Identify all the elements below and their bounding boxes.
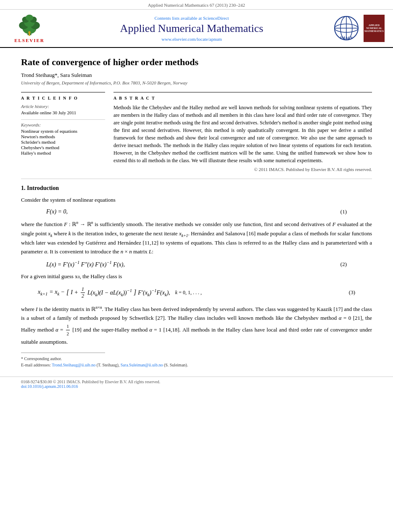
email-line: E-mail addresses: Trond.Steihaug@ii.uib.…	[21, 362, 372, 368]
email-link-1[interactable]: Trond.Steihaug@ii.uib.no	[52, 363, 95, 367]
footer-bar: 0168-9274/$30.00 © 2011 IMACS. Published…	[0, 377, 393, 391]
logo-banner: ELSEVIER Contents lists available at Sci…	[0, 10, 393, 48]
abstract-col: A B S T R A C T Methods like the Chebysh…	[113, 92, 372, 172]
imacs-logo-icon: IMACS	[333, 15, 360, 42]
elsevier-logo: ELSEVIER	[8, 14, 50, 43]
equation-1: F(x) = 0,	[46, 208, 68, 215]
journal-url[interactable]: www.elsevier.com/locate/apnum	[50, 37, 333, 42]
keyword-4: Chebyshev's method	[21, 145, 105, 150]
two-col-section: A R T I C L E I N F O Article history: A…	[21, 92, 372, 172]
section1-title: 1. Introduction	[21, 185, 372, 192]
equation-2: L(x) = F′(x)−1 F″(x) F′(x)−1 F(x),	[46, 260, 125, 268]
keyword-1: Nonlinear system of equations	[21, 129, 105, 134]
history-label: Article history:	[21, 104, 105, 109]
equation-1-block: F(x) = 0, (1)	[46, 208, 347, 215]
footnote-divider	[21, 353, 105, 353]
article-info-label: A R T I C L E I N F O	[21, 96, 105, 100]
doi-link[interactable]: doi:10.1016/j.apnum.2011.06.016	[21, 384, 78, 389]
right-logos: IMACS APPLIEDNUMERICALMATHEMATICS	[333, 15, 385, 42]
journal-header-bar: Applied Numerical Mathematics 67 (2013) …	[0, 0, 393, 10]
email-link-2[interactable]: Sara.Suleiman@ii.uib.no	[121, 363, 163, 367]
main-content: Rate of convergence of higher order meth…	[0, 48, 393, 377]
keywords-label: Keywords:	[21, 122, 105, 127]
keyword-5: Halley's method	[21, 150, 105, 155]
article-info-col: A R T I C L E I N F O Article history: A…	[21, 92, 105, 172]
eq-1-number: (1)	[340, 208, 347, 215]
email2-name: (S. Suleiman).	[164, 363, 188, 367]
authors: Trond Steihaug*, Sara Suleiman	[21, 72, 372, 79]
section1-para4: where I is the identity matrix in ℝn×n. …	[21, 304, 372, 347]
equation-3-block: xk+1 = xk − [ I + 1 2 L(xk)(I − αL(xk))−…	[38, 286, 355, 299]
equation-3: xk+1 = xk − [ I + 1 2 L(xk)(I − αL(xk))−…	[38, 286, 202, 299]
section-divider	[21, 179, 372, 179]
corresponding-author-note: * Corresponding author.	[21, 356, 372, 362]
email-label: E-mail addresses:	[21, 363, 51, 367]
section1-para1: Consider the system of nonlinear equatio…	[21, 196, 372, 205]
elsevier-label: ELSEVIER	[14, 38, 45, 43]
footnote-section: * Corresponding author. E-mail addresses…	[21, 356, 372, 368]
keyword-3: Schröder's method	[21, 140, 105, 145]
svg-text:IMACS: IMACS	[340, 36, 353, 40]
sciencedirect-link[interactable]: Contents lists available at ScienceDirec…	[50, 16, 333, 21]
abstract-text: Methods like the Chebyshev and the Halle…	[113, 104, 372, 164]
email1-name: (T. Steihaug),	[97, 363, 120, 367]
journal-title-center: Contents lists available at ScienceDirec…	[50, 16, 333, 42]
available-online: Available online 30 July 2011	[21, 110, 105, 115]
anm-cover-icon: APPLIEDNUMERICALMATHEMATICS	[364, 15, 385, 42]
abstract-label: A B S T R A C T	[113, 96, 372, 100]
journal-citation: Applied Numerical Mathematics 67 (2013) …	[148, 3, 245, 8]
footer-doi[interactable]: doi:10.1016/j.apnum.2011.06.016	[21, 384, 372, 389]
svg-rect-9	[29, 33, 30, 36]
svg-point-7	[26, 15, 33, 21]
copyright-line: © 2011 IMACS. Published by Elsevier B.V.…	[113, 167, 372, 172]
affiliation: University of Bergen, Department of Info…	[21, 80, 372, 85]
eq-2-number: (2)	[340, 261, 347, 268]
article-title: Rate of convergence of higher order meth…	[21, 56, 372, 68]
page-container: Applied Numerical Mathematics 67 (2013) …	[0, 0, 393, 532]
elsevier-tree-icon	[15, 14, 44, 37]
keyword-2: Newton's methods	[21, 134, 105, 139]
eq-3-number: (3)	[349, 289, 355, 296]
section1-para2: where the function F : ℝn → ℝn is suffic…	[21, 219, 372, 256]
equation-2-block: L(x) = F′(x)−1 F″(x) F′(x)−1 F(x), (2)	[46, 260, 347, 268]
journal-name: Applied Numerical Mathematics	[50, 22, 333, 35]
footer-issn: 0168-9274/$30.00 © 2011 IMACS. Published…	[21, 379, 372, 384]
section1-para3: For a given initial guess x₀, the Halley…	[21, 272, 372, 281]
